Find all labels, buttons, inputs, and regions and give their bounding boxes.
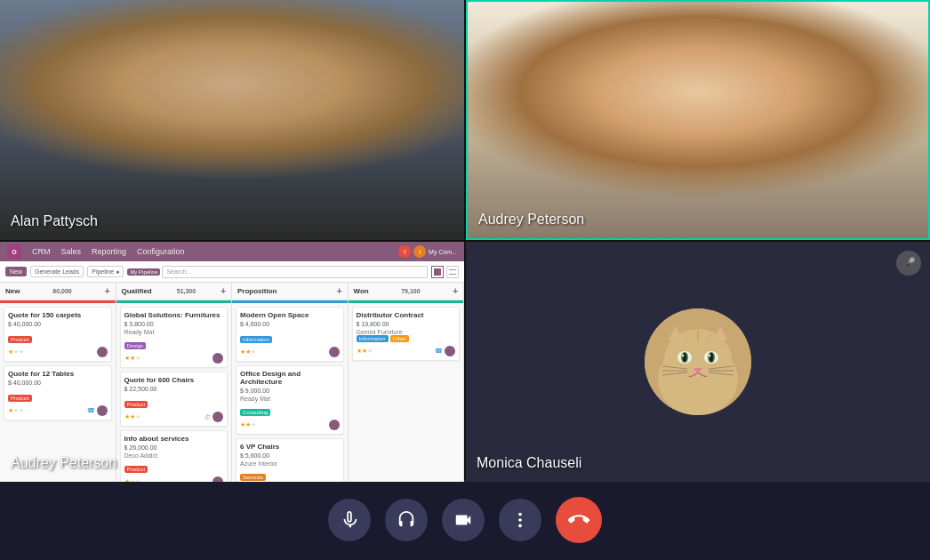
kanban-card: 6 VP Chairs $ 5,600.00 Azure Interior Se… bbox=[236, 438, 344, 482]
crm-view-icons bbox=[431, 266, 459, 278]
svg-rect-18 bbox=[838, 80, 864, 116]
svg-point-8 bbox=[173, 76, 218, 156]
svg-point-45 bbox=[709, 355, 711, 357]
avatar bbox=[329, 420, 340, 430]
add-qualified-btn: + bbox=[220, 286, 226, 296]
kanban-header-proposition: Proposition + bbox=[232, 283, 348, 300]
svg-point-10 bbox=[206, 132, 220, 144]
kanban-card: Distributor Contract $ 19,800.00 Gemini … bbox=[352, 307, 461, 361]
more-icon bbox=[510, 510, 530, 530]
control-bar bbox=[0, 480, 930, 560]
svg-rect-21 bbox=[627, 107, 653, 212]
add-new-btn: + bbox=[105, 286, 110, 296]
new-progress bbox=[0, 300, 116, 303]
crm-nav-configuration: Configuration bbox=[137, 247, 185, 256]
kanban-card: Quote for 150 carpets $ 40,000.00 Produc… bbox=[4, 307, 112, 362]
svg-rect-17 bbox=[802, 54, 854, 124]
participant-audrey-top: Audrey Peterson bbox=[466, 0, 930, 240]
add-proposition-btn: + bbox=[337, 286, 342, 296]
svg-rect-3 bbox=[338, 71, 373, 124]
more-button[interactable] bbox=[499, 499, 541, 541]
avatar bbox=[97, 347, 108, 357]
add-won-btn: + bbox=[453, 286, 458, 296]
card-footer: ★★★ bbox=[240, 347, 340, 357]
svg-point-11 bbox=[244, 132, 258, 144]
svg-point-53 bbox=[518, 518, 522, 522]
kanban-col-proposition: Proposition + Modern Open Space $ 4,600.… bbox=[232, 283, 349, 482]
monica-name: Monica Chauseli bbox=[477, 455, 581, 471]
crm-my-pipeline: My Pipeline bbox=[127, 268, 160, 276]
kanban-header-qualified: Qualified 51,300 + bbox=[116, 283, 232, 300]
audrey-top-name: Audrey Peterson bbox=[478, 212, 584, 228]
camera-icon bbox=[453, 510, 473, 530]
end-call-button[interactable] bbox=[556, 497, 602, 543]
headphones-icon bbox=[397, 510, 416, 530]
svg-point-13 bbox=[165, 135, 183, 158]
mute-button[interactable] bbox=[328, 499, 371, 541]
svg-rect-23 bbox=[680, 172, 716, 212]
card-tags: Information Other bbox=[357, 335, 456, 344]
participant-monica: 🎤 bbox=[466, 242, 930, 482]
microphone-icon bbox=[340, 510, 359, 530]
video-grid: Alan Pattysch bbox=[0, 0, 930, 480]
end-call-icon bbox=[568, 509, 589, 531]
kanban-card: Modern Open Space $ 4,600.00 Information… bbox=[236, 307, 344, 362]
crm-nav-crm: CRM bbox=[32, 247, 51, 256]
participant-alan: Alan Pattysch bbox=[0, 0, 464, 240]
svg-point-6 bbox=[174, 76, 290, 209]
mute-icon: 🎤 bbox=[902, 257, 916, 269]
headphones-button[interactable] bbox=[385, 499, 428, 541]
crm-toolbar: New Generate Leads Pipeline ● My Pipelin… bbox=[0, 261, 464, 283]
crm-search: Search... bbox=[162, 266, 428, 278]
participant-screen-share: O CRM Sales Reporting Configuration 2 1 … bbox=[0, 242, 464, 482]
svg-rect-0 bbox=[0, 0, 464, 240]
alan-name: Alan Pattysch bbox=[11, 213, 98, 229]
avatar bbox=[212, 476, 223, 482]
card-footer: ★★★ bbox=[240, 420, 340, 430]
svg-rect-5 bbox=[214, 173, 250, 209]
svg-point-44 bbox=[682, 355, 685, 357]
svg-point-4 bbox=[116, 204, 348, 240]
svg-point-43 bbox=[710, 353, 713, 362]
avatar bbox=[97, 405, 108, 416]
screen-share-name: Audrey Peterson bbox=[11, 455, 116, 471]
svg-rect-15 bbox=[468, 2, 928, 238]
kanban-card: Global Solutions: Furnitures $ 3,800.00 … bbox=[120, 307, 228, 368]
avatar bbox=[445, 346, 455, 356]
svg-point-52 bbox=[518, 513, 522, 516]
svg-rect-2 bbox=[311, 44, 382, 133]
proposition-progress bbox=[232, 300, 348, 303]
card-footer: ★★★ bbox=[124, 353, 224, 364]
card-footer: ★★★ ⏱ bbox=[124, 412, 224, 422]
monica-avatar bbox=[645, 308, 751, 415]
svg-rect-22 bbox=[742, 107, 769, 212]
crm-pipeline-btn: Pipeline ● bbox=[87, 266, 124, 277]
kanban-header-new: New 80,000 + bbox=[0, 283, 116, 300]
kanban-col-won: Won 79,100 + Distributor Contract $ 19,8… bbox=[349, 283, 465, 482]
svg-rect-27 bbox=[679, 166, 717, 173]
crm-nav-sales: Sales bbox=[61, 247, 82, 256]
camera-button[interactable] bbox=[442, 499, 485, 541]
card-footer: ★★★ bbox=[124, 476, 224, 482]
svg-point-9 bbox=[246, 76, 291, 156]
kanban-card: Office Design and Architecture $ 9,000.0… bbox=[236, 365, 344, 435]
kanban-card: Quote for 600 Chairs $ 22,500.00 Product… bbox=[120, 372, 228, 427]
qualified-progress bbox=[116, 300, 232, 303]
svg-point-25 bbox=[633, 151, 642, 160]
crm-notif-1: 2 bbox=[398, 245, 411, 258]
svg-point-12 bbox=[183, 151, 281, 196]
card-footer: ★★★ ☎ bbox=[357, 346, 456, 356]
svg-point-19 bbox=[574, 204, 821, 238]
kanban-col-qualified: Qualified 51,300 + Global Solutions: Fur… bbox=[116, 283, 233, 482]
won-progress bbox=[349, 300, 464, 303]
crm-generate-leads-btn: Generate Leads bbox=[30, 266, 84, 277]
kanban-col-new: New 80,000 + Quote for 150 carpets $ 40,… bbox=[0, 283, 116, 482]
crm-nav: O CRM Sales Reporting Configuration 2 1 … bbox=[0, 242, 464, 261]
svg-point-54 bbox=[518, 524, 522, 528]
svg-point-14 bbox=[281, 135, 299, 158]
avatar bbox=[212, 353, 223, 364]
avatar bbox=[329, 347, 340, 357]
crm-app: O CRM Sales Reporting Configuration 2 1 … bbox=[0, 242, 464, 482]
mute-indicator: 🎤 bbox=[896, 251, 921, 276]
crm-new-btn: New bbox=[5, 267, 27, 276]
